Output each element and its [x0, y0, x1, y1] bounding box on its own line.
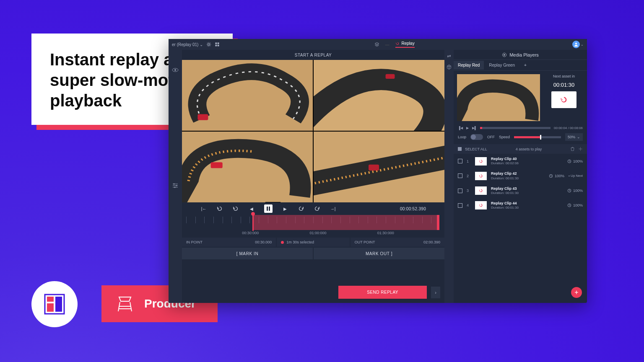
- tab-replay-label: Replay: [402, 41, 415, 46]
- trash-icon[interactable]: [570, 147, 575, 151]
- back-5-icon[interactable]: [232, 205, 239, 212]
- middle-rail: [444, 50, 454, 303]
- jump-end-icon[interactable]: →|: [330, 205, 336, 212]
- asset-list-header: SELECT ALL 4 assets to play: [454, 144, 587, 154]
- avatar[interactable]: [572, 41, 580, 48]
- camera-2[interactable]: [314, 60, 444, 131]
- replay-badge[interactable]: [551, 91, 576, 108]
- camera-4[interactable]: [314, 132, 444, 202]
- svg-point-9: [575, 43, 577, 44]
- svg-rect-3: [55, 297, 62, 312]
- mark-out-button[interactable]: MARK OUT ]: [314, 248, 444, 259]
- svg-point-4: [208, 44, 210, 46]
- expand-right-icon[interactable]: ›: [431, 287, 440, 298]
- grid-icon[interactable]: [215, 42, 220, 47]
- asset-pct: 100%: [567, 189, 583, 193]
- left-rail: [169, 50, 182, 303]
- asset-checkbox[interactable]: [458, 173, 462, 178]
- tab-replay[interactable]: Replay: [395, 41, 415, 48]
- tab-add[interactable]: +: [520, 61, 531, 70]
- replay-icon: [395, 41, 400, 46]
- timeline-selection: [252, 215, 439, 230]
- svg-rect-20: [211, 162, 223, 168]
- asset-thumb: [475, 157, 487, 165]
- media-tabs: Replay Red Replay Green +: [454, 60, 587, 71]
- media-players-panel: Media Players Replay Red Replay Green + …: [454, 50, 587, 303]
- svg-rect-6: [218, 43, 219, 44]
- back-10-icon[interactable]: [216, 205, 223, 212]
- camera-1[interactable]: [182, 60, 313, 131]
- svg-rect-8: [218, 45, 219, 47]
- add-fab[interactable]: +: [571, 287, 582, 298]
- asset-row[interactable]: 2Replay Clip 42Duration: 00:01:30100%• U…: [454, 168, 587, 183]
- asset-checkbox[interactable]: [458, 203, 462, 208]
- asset-duration: Duration: 00:01:30: [491, 176, 545, 181]
- svg-rect-5: [216, 43, 217, 44]
- fwd-10-icon[interactable]: [314, 205, 320, 212]
- asset-thumb: [475, 172, 487, 180]
- time-total: 00:08:06: [570, 126, 583, 130]
- tab-replay-green[interactable]: Replay Green: [485, 61, 519, 70]
- svg-rect-24: [269, 207, 270, 211]
- media-preview: Next asset in 00:01:30: [454, 71, 587, 124]
- layers-icon[interactable]: [374, 42, 379, 47]
- in-out-row: IN POINT00:30.000 1m 30s selected OUT PO…: [182, 238, 444, 247]
- svg-point-27: [580, 148, 581, 150]
- asset-row[interactable]: 1Replay Clip 40Duration: 00:02:06100%: [454, 154, 587, 168]
- play-icon[interactable]: ▶: [466, 126, 469, 130]
- assets-count: 4 assets to play: [491, 147, 567, 151]
- in-handle[interactable]: [252, 214, 254, 231]
- next-icon[interactable]: ▶▌: [472, 126, 477, 130]
- select-all-label[interactable]: SELECT ALL: [465, 147, 487, 151]
- tab-replay-red[interactable]: Replay Red: [454, 61, 484, 70]
- jump-start-icon[interactable]: |←: [200, 205, 207, 212]
- sliders-icon[interactable]: [172, 182, 179, 189]
- avatar-chevron-icon[interactable]: ⌄: [581, 43, 584, 47]
- asset-duration: Duration: 00:01:30: [491, 206, 563, 210]
- select-all-checkbox[interactable]: [458, 147, 462, 151]
- mark-in-button[interactable]: [ MARK IN: [182, 248, 313, 259]
- asset-name: Replay Clip 43: [491, 186, 563, 191]
- svg-rect-23: [267, 207, 268, 211]
- loop-toggle[interactable]: [470, 134, 483, 140]
- speed-value-box[interactable]: 50%⌄: [565, 133, 583, 141]
- fwd-5-icon[interactable]: [298, 205, 304, 212]
- source-dropdown[interactable]: er (Replay 01) ⌄: [172, 42, 203, 47]
- eye-icon[interactable]: [172, 67, 179, 73]
- time-current: 00:00:04: [554, 126, 567, 130]
- record-dot-icon: [281, 241, 284, 244]
- speed-slider[interactable]: [514, 136, 561, 138]
- in-label: IN POINT: [186, 240, 203, 244]
- svg-rect-2: [47, 303, 54, 312]
- out-label: OUT POINT: [355, 240, 375, 244]
- asset-row[interactable]: 4Replay Clip 44Duration: 00:01:30100%: [454, 198, 587, 213]
- camera-3[interactable]: Pause: [182, 132, 313, 202]
- step-fwd-icon[interactable]: ▶: [282, 205, 288, 212]
- media-options: Loop OFF Speed 50%⌄: [454, 132, 587, 144]
- out-handle[interactable]: [437, 215, 439, 230]
- pause-button[interactable]: [264, 204, 273, 213]
- send-row: SEND REPLAY ›: [182, 282, 444, 303]
- logo-icon: [42, 292, 67, 316]
- link-icon[interactable]: [446, 53, 452, 59]
- next-asset-label: Next asset in: [553, 74, 575, 78]
- time-label-2: 01:30:000: [377, 231, 394, 235]
- timeline[interactable]: [186, 215, 440, 230]
- selected-label: 1m 30s selected: [286, 240, 314, 244]
- cube-icon[interactable]: [446, 64, 452, 70]
- asset-checkbox[interactable]: [458, 189, 462, 193]
- app-window: er (Replay 01) ⌄ — Replay ⌄ START A REPL…: [169, 39, 587, 303]
- asset-name: Replay Clip 44: [491, 201, 563, 206]
- asset-checkbox[interactable]: [458, 159, 462, 163]
- send-replay-button[interactable]: SEND REPLAY: [338, 286, 427, 299]
- step-back-icon[interactable]: ◀: [248, 205, 255, 212]
- svg-rect-7: [216, 45, 217, 47]
- asset-row[interactable]: 3Replay Clip 43Duration: 00:01:30100%: [454, 184, 587, 198]
- asset-name: Replay Clip 40: [491, 157, 563, 161]
- asset-duration: Duration: 00:02:06: [491, 161, 563, 165]
- settings-icon[interactable]: [578, 147, 583, 151]
- scrubber[interactable]: [480, 127, 551, 129]
- gear-icon[interactable]: [206, 42, 211, 47]
- preview-thumb[interactable]: [457, 74, 540, 121]
- prev-icon[interactable]: ▐◀: [458, 126, 463, 130]
